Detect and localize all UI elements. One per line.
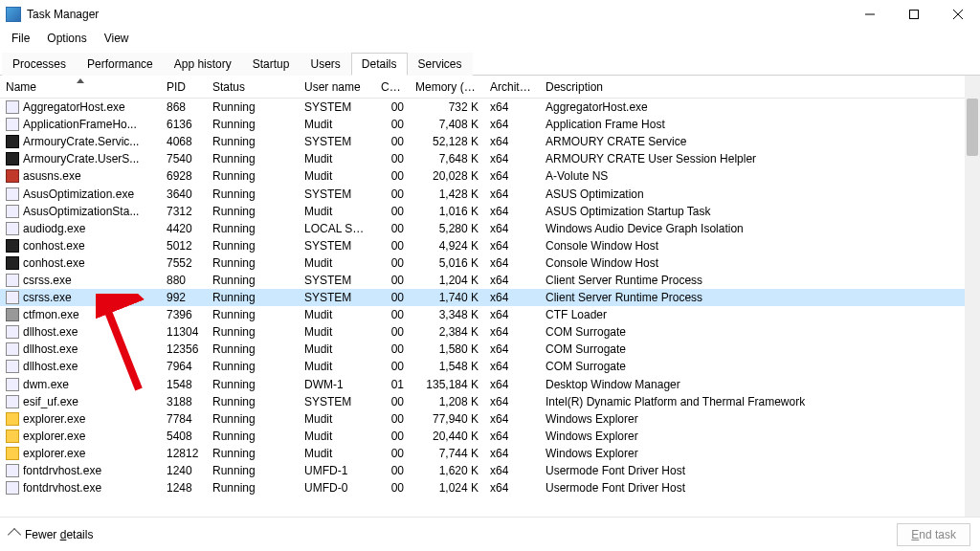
- cell-memory: 20,440 K: [410, 428, 484, 445]
- menu-view[interactable]: View: [97, 30, 137, 47]
- tab-app-history[interactable]: App history: [164, 53, 242, 76]
- table-row[interactable]: conhost.exe5012RunningSYSTEM004,924 Kx64…: [0, 237, 965, 254]
- tab-services[interactable]: Services: [408, 53, 473, 76]
- cell-status: Running: [207, 479, 299, 496]
- cell-memory: 5,280 K: [410, 220, 484, 237]
- process-icon: [6, 135, 19, 148]
- cell-memory: 7,648 K: [410, 150, 484, 167]
- minimize-button[interactable]: [848, 0, 892, 29]
- cell-user: Mudit: [299, 323, 375, 341]
- cell-memory: 7,408 K: [410, 116, 484, 133]
- cell-pid: 6136: [161, 116, 207, 133]
- end-task-button[interactable]: End task: [897, 523, 970, 546]
- cell-description: ASUS Optimization Startup Task: [540, 203, 965, 220]
- cell-cpu: 00: [375, 358, 410, 375]
- process-icon: [6, 222, 19, 235]
- cell-pid: 7552: [161, 254, 207, 272]
- cell-description: COM Surrogate: [540, 358, 965, 375]
- table-row[interactable]: ArmouryCrate.UserS...7540RunningMudit007…: [0, 150, 965, 167]
- cell-name: esif_uf.exe: [0, 393, 161, 410]
- cell-description: Usermode Font Driver Host: [540, 462, 965, 479]
- cell-name: ctfmon.exe: [0, 306, 161, 323]
- cell-user: Mudit: [299, 341, 375, 358]
- close-button[interactable]: [936, 0, 980, 29]
- tab-performance[interactable]: Performance: [77, 53, 164, 76]
- process-icon: [6, 464, 19, 477]
- table-row[interactable]: dllhost.exe11304RunningMudit002,384 Kx64…: [0, 323, 965, 341]
- menu-file[interactable]: File: [4, 30, 37, 47]
- table-row[interactable]: csrss.exe992RunningSYSTEM001,740 Kx64Cli…: [0, 289, 965, 306]
- cell-memory: 1,548 K: [410, 358, 484, 375]
- table-row[interactable]: fontdrvhost.exe1248RunningUMFD-0001,024 …: [0, 479, 965, 496]
- process-icon: [6, 481, 19, 495]
- cell-pid: 1240: [161, 462, 207, 479]
- table-row[interactable]: explorer.exe7784RunningMudit0077,940 Kx6…: [0, 410, 965, 428]
- vertical-scrollbar[interactable]: [965, 76, 980, 518]
- table-row[interactable]: ctfmon.exe7396RunningMudit003,348 Kx64CT…: [0, 306, 965, 323]
- table-row[interactable]: fontdrvhost.exe1240RunningUMFD-1001,620 …: [0, 462, 965, 479]
- cell-name: csrss.exe: [0, 272, 161, 289]
- cell-status: Running: [207, 376, 299, 393]
- column-header-name[interactable]: Name: [0, 76, 161, 99]
- table-row[interactable]: AsusOptimization.exe3640RunningSYSTEM001…: [0, 185, 965, 202]
- column-header-user-name[interactable]: User name: [299, 76, 375, 99]
- cell-description: Client Server Runtime Process: [540, 289, 965, 306]
- table-row[interactable]: explorer.exe12812RunningMudit007,744 Kx6…: [0, 445, 965, 462]
- cell-user: SYSTEM: [299, 237, 375, 254]
- tabstrip: ProcessesPerformanceApp historyStartupUs…: [0, 52, 980, 76]
- table-row[interactable]: ArmouryCrate.Servic...4068RunningSYSTEM0…: [0, 133, 965, 150]
- table-row[interactable]: dwm.exe1548RunningDWM-101135,184 Kx64Des…: [0, 376, 965, 393]
- cell-pid: 7312: [161, 203, 207, 220]
- column-header-description[interactable]: Description: [540, 76, 965, 99]
- table-row[interactable]: asusns.exe6928RunningMudit0020,028 Kx64A…: [0, 167, 965, 185]
- cell-user: UMFD-1: [299, 462, 375, 479]
- cell-pid: 5408: [161, 428, 207, 445]
- process-icon: [6, 187, 19, 201]
- table-row[interactable]: AsusOptimizationSta...7312RunningMudit00…: [0, 203, 965, 220]
- cell-user: SYSTEM: [299, 99, 375, 116]
- cell-user: SYSTEM: [299, 272, 375, 289]
- cell-name: ApplicationFrameHo...: [0, 116, 161, 133]
- cell-memory: 1,428 K: [410, 186, 484, 203]
- column-header-pid[interactable]: PID: [161, 76, 207, 99]
- column-header-archite-[interactable]: Archite...: [484, 76, 540, 99]
- maximize-button[interactable]: [892, 0, 936, 29]
- process-rows: AggregatorHost.exe868RunningSYSTEM00732 …: [0, 99, 965, 518]
- menu-options[interactable]: Options: [39, 30, 94, 47]
- cell-status: Running: [207, 220, 299, 237]
- tab-processes[interactable]: Processes: [2, 53, 77, 76]
- table-row[interactable]: ApplicationFrameHo...6136RunningMudit007…: [0, 116, 965, 133]
- table-row[interactable]: AggregatorHost.exe868RunningSYSTEM00732 …: [0, 99, 965, 116]
- table-row[interactable]: dllhost.exe12356RunningMudit001,580 Kx64…: [0, 341, 965, 358]
- process-icon: [6, 291, 19, 304]
- cell-status: Running: [207, 186, 299, 203]
- fewer-details-button[interactable]: Fewer details: [10, 528, 93, 541]
- cell-name: audiodg.exe: [0, 220, 161, 237]
- tab-details[interactable]: Details: [351, 53, 408, 76]
- column-header-memory-a-[interactable]: Memory (a...: [410, 76, 484, 99]
- cell-name: dllhost.exe: [0, 358, 161, 375]
- cell-name: dwm.exe: [0, 376, 161, 393]
- tab-startup[interactable]: Startup: [242, 53, 301, 76]
- scrollbar-thumb[interactable]: [967, 99, 978, 156]
- process-icon: [6, 412, 19, 426]
- cell-pid: 3640: [161, 186, 207, 203]
- cell-memory: 1,024 K: [410, 479, 484, 496]
- cell-cpu: 00: [375, 462, 410, 479]
- process-icon: [6, 274, 19, 287]
- cell-description: Client Server Runtime Process: [540, 272, 965, 289]
- table-row[interactable]: audiodg.exe4420RunningLOCAL SE...005,280…: [0, 220, 965, 237]
- cell-name: csrss.exe: [0, 289, 161, 306]
- column-header-cpu[interactable]: CPU: [375, 76, 410, 99]
- tab-users[interactable]: Users: [300, 53, 350, 76]
- cell-memory: 4,924 K: [410, 237, 484, 254]
- table-row[interactable]: csrss.exe880RunningSYSTEM001,204 Kx64Cli…: [0, 272, 965, 289]
- column-header-status[interactable]: Status: [207, 76, 299, 99]
- table-row[interactable]: explorer.exe5408RunningMudit0020,440 Kx6…: [0, 428, 965, 445]
- table-row[interactable]: esif_uf.exe3188RunningSYSTEM001,208 Kx64…: [0, 393, 965, 410]
- table-row[interactable]: dllhost.exe7964RunningMudit001,548 Kx64C…: [0, 358, 965, 375]
- cell-cpu: 00: [375, 167, 410, 185]
- process-icon: [6, 256, 19, 270]
- table-row[interactable]: conhost.exe7552RunningMudit005,016 Kx64C…: [0, 254, 965, 272]
- cell-cpu: 00: [375, 341, 410, 358]
